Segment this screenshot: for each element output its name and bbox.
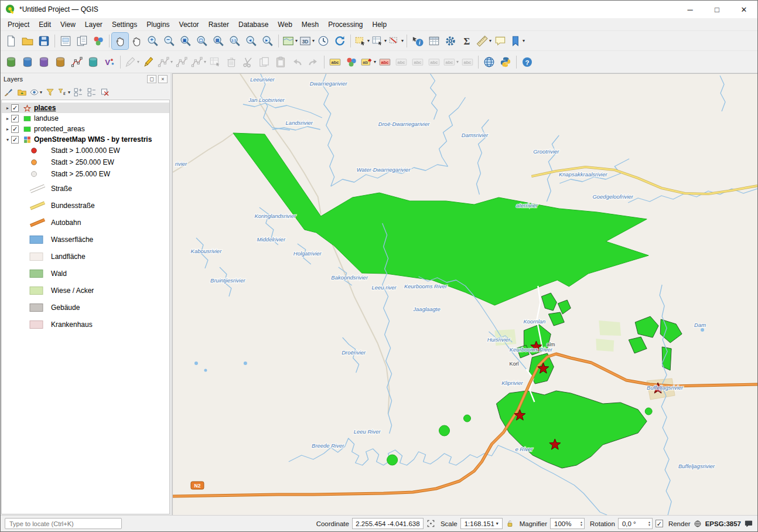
new-project-button[interactable] (3, 33, 19, 49)
magnifier-spinbox[interactable]: 100% ▴▾ (550, 518, 585, 529)
menu-view[interactable]: View (56, 19, 80, 30)
scale-combobox[interactable]: 1:168.151 ▾ (460, 518, 503, 529)
new-3d-map-view-button[interactable]: 3D▾ (298, 33, 315, 49)
lock-icon[interactable] (506, 519, 514, 528)
new-geopackage-layer-button[interactable] (3, 54, 19, 70)
highlight-pinned-labels-button[interactable]: abc (377, 54, 393, 70)
maximize-button[interactable]: □ (704, 1, 730, 18)
expand-arrow-icon[interactable]: ▸ (4, 127, 11, 132)
open-layer-styling-panel-button[interactable] (2, 87, 14, 98)
legend-item[interactable]: Stadt > 250.000 EW (2, 156, 169, 168)
render-checkbox[interactable]: ✓ (655, 520, 663, 527)
new-temporary-scratch-layer-button[interactable] (52, 54, 69, 70)
legend-item[interactable]: Wasserfläche (2, 231, 169, 248)
map-tips-button[interactable] (492, 33, 508, 49)
legend-item[interactable]: Gebäude (2, 299, 169, 316)
layer-diagram-options-button[interactable] (343, 54, 360, 70)
layer-name[interactable]: places (34, 104, 56, 112)
zoom-to-selection-button[interactable]: ▢ (194, 33, 210, 49)
menu-layer[interactable]: Layer (80, 19, 107, 30)
legend-item[interactable]: Straße (2, 180, 169, 197)
show-layout-manager-button[interactable] (74, 33, 90, 49)
help-contents-button[interactable]: ? (519, 54, 535, 70)
legend-item[interactable]: Stadt > 25.000 EW (2, 168, 169, 180)
messages-icon[interactable] (744, 519, 753, 528)
menu-settings[interactable]: Settings (107, 19, 142, 30)
close-button[interactable]: ✕ (730, 1, 757, 18)
menu-vector[interactable]: Vector (175, 19, 204, 30)
menu-processing[interactable]: Processing (323, 19, 367, 30)
metasearch-button[interactable] (481, 54, 497, 70)
open-attribute-table-button[interactable] (426, 33, 442, 49)
save-project-button[interactable] (36, 33, 52, 49)
layer-visibility-checkbox[interactable]: ✓ (11, 115, 19, 122)
menu-project[interactable]: Project (3, 19, 34, 30)
legend-item[interactable]: Wald (2, 265, 169, 282)
menu-database[interactable]: Database (234, 19, 273, 30)
pan-map-button[interactable] (112, 33, 128, 49)
layer-name[interactable]: protected_areas (34, 125, 85, 133)
zoom-next-button[interactable]: ▸ (260, 33, 276, 49)
layer-row-landuse[interactable]: ▸✓landuse (2, 113, 169, 124)
identify-features-button[interactable]: i (409, 33, 426, 49)
panel-float-button[interactable]: ◻ (147, 75, 156, 83)
menu-edit[interactable]: Edit (34, 19, 56, 30)
legend-item[interactable]: Landfläche (2, 248, 169, 265)
menu-plugins[interactable]: Plugins (142, 19, 174, 30)
layer-labeling-options-button[interactable]: abc (327, 54, 343, 70)
menu-mesh[interactable]: Mesh (297, 19, 323, 30)
measure-line-button[interactable]: ▾ (475, 33, 492, 49)
refresh-button[interactable] (332, 33, 348, 49)
manage-map-themes-button[interactable]: ▾ (29, 87, 42, 98)
new-mesh-layer-button[interactable] (69, 54, 85, 70)
new-spatial-bookmark-button[interactable]: ▾ (508, 33, 525, 49)
locator-input[interactable] (5, 518, 122, 529)
rotation-spinbox[interactable]: 0,0 ° ▴▾ (618, 518, 653, 529)
layer-row-places[interactable]: ▸✓places (2, 103, 169, 113)
legend-item[interactable]: Autobahn (2, 214, 169, 231)
expand-all-button[interactable] (72, 87, 84, 98)
legend-item[interactable]: Wiese / Acker (2, 282, 169, 299)
layer-visibility-checkbox[interactable]: ✓ (11, 136, 19, 144)
filter-legend-by-expression-button[interactable]: ε▾ (57, 87, 70, 98)
statistical-summary-button[interactable]: Σ (459, 33, 475, 49)
zoom-out-button[interactable]: − (161, 33, 177, 49)
menu-raster[interactable]: Raster (204, 19, 234, 30)
new-gpx-layer-button[interactable] (85, 54, 101, 70)
new-map-view-button[interactable]: ▾ (281, 33, 298, 49)
expand-arrow-icon[interactable]: ▸ (4, 105, 11, 111)
zoom-last-button[interactable]: ◂ (243, 33, 260, 49)
pan-map-to-selection-button[interactable] (128, 33, 145, 49)
new-shapefile-layer-button[interactable] (19, 54, 36, 70)
spinbox-arrows-icon[interactable]: ▴▾ (581, 521, 582, 527)
new-print-layout-button[interactable] (57, 33, 74, 49)
add-group-button[interactable]: + (16, 87, 28, 98)
legend-item[interactable]: Krankenhaus (2, 316, 169, 333)
layer-visibility-checkbox[interactable]: ✓ (11, 104, 19, 112)
new-spatialite-layer-button[interactable] (36, 54, 52, 70)
spinbox-arrows-icon[interactable]: ▴▾ (648, 521, 650, 527)
deselect-features-button[interactable]: ▾ (387, 33, 404, 49)
legend-item[interactable]: Stadt > 1.000.000 EW (2, 145, 169, 156)
filter-legend-button[interactable] (44, 87, 56, 98)
toggle-editing-button[interactable] (140, 54, 156, 70)
layer-name[interactable]: OpenStreetMap WMS - by terrestris (34, 135, 152, 144)
temporal-controller-panel-button[interactable] (315, 33, 332, 49)
legend-item[interactable]: Bundesstraße (2, 197, 169, 214)
new-virtual-layer-button[interactable]: V (101, 54, 118, 70)
expand-arrow-icon[interactable]: ▾ (4, 137, 11, 142)
zoom-full-button[interactable]: ▣ (177, 33, 194, 49)
coordinate-value[interactable]: 2.255.454 -4.041.638 (352, 518, 424, 529)
layer-visibility-checkbox[interactable]: ✓ (11, 125, 19, 133)
python-console-button[interactable] (497, 54, 514, 70)
zoom-to-layer-button[interactable]: ▤ (210, 33, 227, 49)
style-manager-button[interactable] (90, 33, 107, 49)
open-project-button[interactable] (19, 33, 36, 49)
pin-unpin-labels-button[interactable]: ab▾ (360, 54, 377, 70)
zoom-in-button[interactable]: + (145, 33, 161, 49)
layer-name[interactable]: landuse (34, 114, 59, 122)
layer-row-openstreetmap-wms-by-terrestris[interactable]: ▾✓OpenStreetMap WMS - by terrestris (2, 134, 169, 145)
minimize-button[interactable]: ─ (677, 1, 704, 18)
crs-icon[interactable] (694, 520, 702, 528)
zoom-to-native-resolution-button[interactable]: 1:1 (227, 33, 243, 49)
